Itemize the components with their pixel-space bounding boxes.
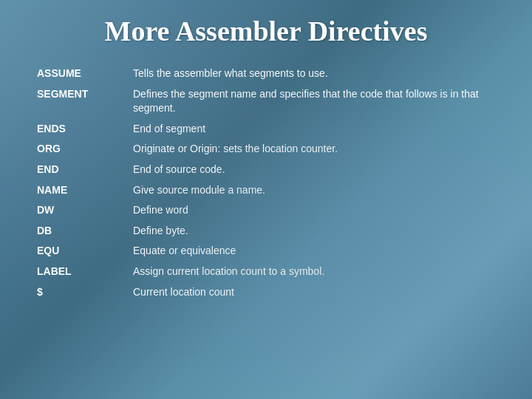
directive-row: SEGMENTDefines the segment name and spec…: [37, 84, 495, 119]
directive-value: Current location count: [133, 285, 495, 300]
directive-row: DBDefine byte.: [37, 221, 495, 242]
directive-row: ORGOriginate or Origin: sets the locatio…: [37, 139, 495, 160]
directive-key: EQU: [37, 244, 133, 256]
directive-value: Assign current location count to a symbo…: [133, 265, 495, 279]
directive-value: Give source module a name.: [133, 183, 495, 198]
directive-value: Originate or Origin: sets the location c…: [133, 142, 495, 157]
directive-key: ORG: [37, 142, 133, 154]
directive-row: ENDEnd of source code.: [37, 160, 495, 180]
directive-value: Define word: [133, 203, 495, 218]
directive-key: $: [37, 285, 133, 298]
directive-value: End of segment: [133, 122, 495, 137]
directive-value: Tells the assembler what segments to use…: [133, 66, 495, 81]
slide: More Assembler Directives ASSUMETells th…: [0, 0, 532, 399]
directive-key: ENDS: [37, 122, 133, 134]
directive-key: DW: [37, 203, 133, 216]
directive-row: ENDSEnd of segment: [37, 119, 495, 140]
directive-row: NAMEGive source module a name.: [37, 180, 495, 201]
directive-value: Equate or equivalence: [133, 244, 495, 259]
directive-row: EQUEquate or equivalence: [37, 241, 495, 262]
directive-row: DWDefine word: [37, 200, 495, 221]
directive-row: ASSUMETells the assembler what segments …: [37, 64, 495, 84]
directive-value: End of source code.: [133, 163, 495, 177]
directive-key: ASSUME: [37, 66, 133, 79]
directive-key: END: [37, 163, 133, 175]
directive-row: $Current location count: [37, 282, 495, 303]
directives-table: ASSUMETells the assembler what segments …: [37, 64, 495, 302]
directive-key: DB: [37, 224, 133, 236]
directive-value: Define byte.: [133, 224, 495, 239]
directive-key: NAME: [37, 183, 133, 196]
directive-key: SEGMENT: [37, 87, 133, 100]
slide-title: More Assembler Directives: [37, 15, 495, 47]
directive-key: LABEL: [37, 265, 133, 277]
directive-row: LABELAssign current location count to a …: [37, 262, 495, 282]
directive-value: Defines the segment name and specifies t…: [133, 87, 495, 116]
